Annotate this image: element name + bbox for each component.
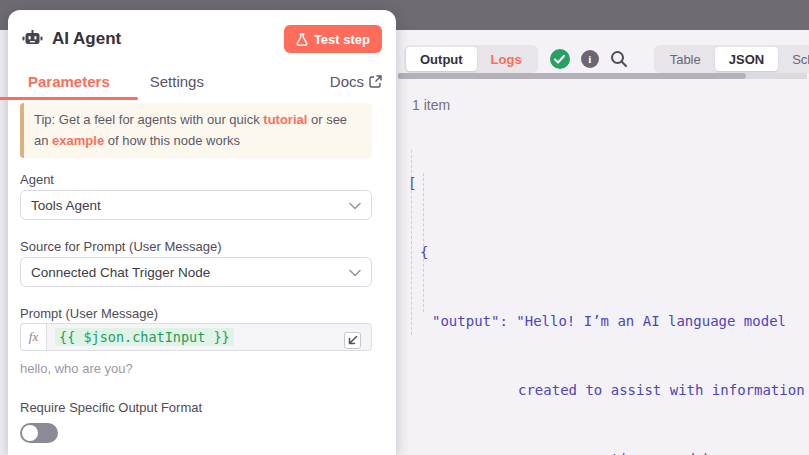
json-line: answer questions, and have	[408, 448, 809, 455]
tab-json[interactable]: JSON	[715, 47, 778, 71]
output-toolbar: Output Logs i Table JSON Schema	[404, 45, 809, 73]
test-step-button[interactable]: Test step	[284, 25, 382, 53]
toggle-knob	[22, 425, 38, 441]
json-line: [	[408, 172, 809, 195]
node-title: AI Agent	[52, 29, 121, 49]
horizontal-scrollbar-track[interactable]	[398, 73, 807, 79]
prompt-expression-field: fx {{ $json.chatInput }}	[20, 323, 372, 351]
node-settings-panel: AI Agent Test step Parameters Settings D…	[8, 10, 396, 455]
source-label: Source for Prompt (User Message)	[20, 239, 222, 254]
tutorial-link[interactable]: tutorial	[263, 112, 307, 127]
expression-input[interactable]: {{ $json.chatInput }}	[46, 323, 372, 351]
fx-badge: fx	[20, 323, 46, 351]
view-tabs: Table JSON Schema	[654, 45, 809, 73]
chevron-down-icon	[349, 198, 361, 213]
json-line: {	[408, 241, 809, 264]
tab-parameters[interactable]: Parameters	[8, 73, 130, 90]
search-icon[interactable]	[610, 50, 628, 68]
expression-value: {{ $json.chatInput }}	[55, 328, 234, 346]
expand-expression-icon[interactable]	[344, 332, 361, 349]
tab-table[interactable]: Table	[656, 47, 715, 71]
agent-select[interactable]: Tools Agent	[20, 190, 372, 220]
tip-text: of how this node works	[104, 133, 240, 148]
tab-schema[interactable]: Schema	[778, 47, 809, 71]
json-line: "output": "Hello! I’m an AI language mod…	[408, 310, 809, 333]
expression-preview: hello, who are you?	[20, 361, 133, 376]
tab-output[interactable]: Output	[406, 47, 477, 71]
agent-select-value: Tools Agent	[31, 198, 101, 213]
json-line: created to assist with information	[408, 379, 809, 402]
test-step-label: Test step	[314, 32, 370, 47]
info-icon[interactable]: i	[581, 50, 599, 68]
source-select-value: Connected Chat Trigger Node	[31, 265, 210, 280]
agent-label: Agent	[20, 172, 54, 187]
chevron-down-icon	[349, 265, 361, 280]
node-tabs: Parameters Settings Docs	[8, 64, 382, 98]
node-header: AI Agent Test step	[22, 24, 382, 54]
external-link-icon	[369, 75, 382, 88]
output-panel: Output Logs i Table JSON Schema 1 item […	[396, 30, 809, 455]
prompt-label: Prompt (User Message)	[20, 306, 158, 321]
output-format-toggle[interactable]	[20, 423, 58, 443]
docs-link[interactable]: Docs	[330, 73, 382, 90]
tip-callout: Tip: Get a feel for agents with our quic…	[20, 103, 372, 158]
robot-icon	[22, 29, 43, 49]
items-count: 1 item	[412, 97, 450, 113]
tab-settings[interactable]: Settings	[130, 73, 224, 90]
success-check-icon	[550, 49, 570, 69]
tip-text: Tip: Get a feel for agents with our quic…	[34, 112, 263, 127]
run-tabs: Output Logs	[404, 45, 538, 73]
source-select[interactable]: Connected Chat Trigger Node	[20, 257, 372, 287]
json-output: [ { "output": "Hello! I’m an AI language…	[408, 126, 809, 455]
output-format-label: Require Specific Output Format	[20, 400, 202, 415]
horizontal-scrollbar-thumb[interactable]	[398, 73, 746, 79]
tab-logs[interactable]: Logs	[477, 47, 536, 71]
example-link[interactable]: example	[52, 133, 104, 148]
docs-label: Docs	[330, 73, 364, 90]
